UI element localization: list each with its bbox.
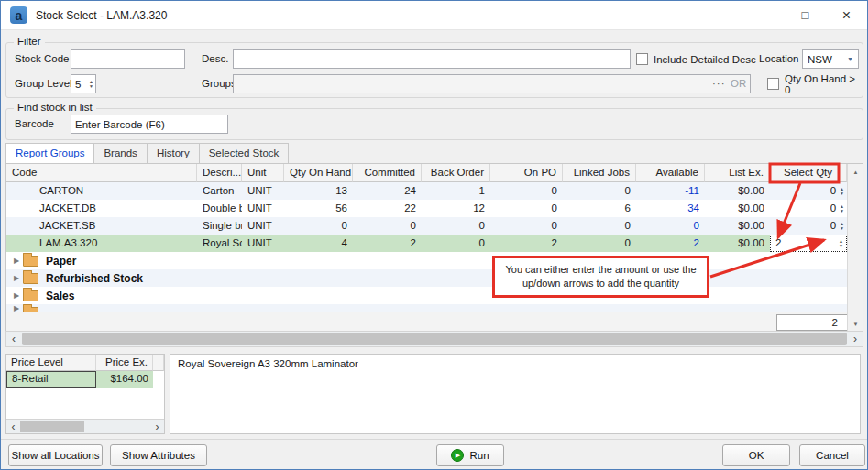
col-committed[interactable]: Committed — [353, 164, 422, 182]
minimize-button[interactable]: – — [743, 1, 785, 29]
cell-list-ex[interactable]: $0.00 — [705, 182, 770, 200]
table-row-lam-a3-320-selected[interactable]: LAM.A3.320 Royal Sov UNIT 4 2 0 2 0 2 $0… — [6, 235, 863, 252]
cell-linked-jobs[interactable]: 0 — [563, 235, 636, 252]
col-list-ex[interactable]: List Ex. — [705, 164, 770, 182]
cell-list-ex[interactable]: $0.00 — [705, 200, 770, 217]
folder-row-refurbished-stock[interactable]: ▶ Refurbished Stock — [6, 269, 863, 287]
cell-desc[interactable]: Carton — [197, 182, 242, 200]
barcode-input[interactable] — [71, 115, 228, 134]
desc-input[interactable] — [233, 49, 631, 69]
scroll-left-icon[interactable]: ‹ — [6, 420, 20, 433]
cell-linked-jobs[interactable]: 6 — [563, 200, 636, 217]
cell-back-order[interactable]: 0 — [422, 235, 490, 252]
stock-code-input[interactable] — [71, 49, 185, 69]
cell-qty-on-hand[interactable]: 13 — [284, 182, 353, 200]
col-price-level[interactable]: Price Level — [6, 355, 96, 371]
cell-qty-on-hand[interactable]: 56 — [284, 200, 353, 217]
run-button[interactable]: ▶ Run — [436, 444, 504, 466]
scrollbar-thumb[interactable] — [22, 333, 847, 345]
folder-row-partial[interactable]: ▶ — [6, 304, 863, 312]
expand-arrow-icon[interactable]: ▶ — [14, 274, 23, 282]
qty-spinner-icon[interactable]: ▲▼ — [840, 187, 844, 196]
cell-select-qty[interactable]: 0 ▲▼ — [770, 200, 847, 217]
table-row-carton[interactable]: CARTON Carton UNIT 13 24 1 0 0 -11 $0.00… — [6, 182, 863, 200]
cell-linked-jobs[interactable]: 0 — [563, 182, 636, 200]
col-on-po[interactable]: On PO — [490, 164, 563, 182]
qty-spinner-icon[interactable]: ▲▼ — [840, 222, 844, 231]
qty-spinner-icon[interactable]: ▲▼ — [840, 204, 844, 213]
cell-desc[interactable]: Single bre — [197, 217, 242, 235]
checkbox-icon[interactable] — [767, 78, 779, 90]
col-code[interactable]: Code — [6, 164, 197, 182]
horizontal-scrollbar[interactable]: ‹ › — [5, 331, 863, 347]
cell-back-order[interactable]: 1 — [422, 182, 490, 200]
ok-button[interactable]: OK — [722, 444, 790, 466]
col-unit[interactable]: Unit — [242, 164, 284, 182]
show-attributes-button[interactable]: Show Attributes — [110, 444, 207, 466]
cell-linked-jobs[interactable]: 0 — [563, 217, 636, 235]
col-back-order[interactable]: Back Order — [422, 164, 490, 182]
vertical-scrollbar[interactable]: ▲ ▼ — [847, 164, 863, 332]
cell-available[interactable]: -11 — [636, 182, 705, 200]
cell-list-ex[interactable]: $0.00 — [705, 217, 770, 235]
cell-back-order[interactable]: 0 — [422, 217, 490, 235]
cell-committed[interactable]: 22 — [353, 200, 422, 217]
title-bar[interactable]: a Stock Select - LAM.A3.320 – □ × — [1, 1, 867, 30]
cell-code[interactable]: LAM.A3.320 — [6, 235, 197, 252]
scrollbar-thumb[interactable] — [20, 421, 84, 432]
cell-committed[interactable]: 24 — [353, 182, 422, 200]
cell-qty-on-hand[interactable]: 4 — [284, 235, 353, 252]
cell-on-po[interactable]: 0 — [490, 200, 563, 217]
show-all-locations-button[interactable]: Show all Locations — [8, 444, 103, 466]
expand-arrow-icon[interactable]: ▶ — [14, 304, 23, 312]
cell-code[interactable]: JACKET.SB — [6, 217, 197, 235]
cell-committed[interactable]: 2 — [353, 235, 422, 252]
col-linked-jobs[interactable]: Linked Jobs — [563, 164, 636, 182]
qty-on-hand-checkbox[interactable]: Qty On Hand > 0 — [767, 74, 863, 93]
scroll-left-icon[interactable]: ‹ — [6, 332, 21, 346]
checkbox-icon[interactable] — [636, 53, 648, 65]
cell-price-ex[interactable]: $164.00 — [96, 371, 153, 388]
cell-available[interactable]: 2 — [636, 235, 705, 252]
select-qty-editor[interactable]: 2 ▲▼ — [770, 235, 847, 252]
cell-price-level[interactable]: 8-Retail — [6, 371, 96, 388]
cell-unit[interactable]: UNIT — [242, 217, 284, 235]
cell-select-qty[interactable]: 0 ▲▼ — [770, 182, 847, 200]
price-table-scrollbar[interactable]: ‹ › — [6, 419, 164, 433]
scroll-right-icon[interactable]: › — [150, 420, 164, 433]
tab-brands[interactable]: Brands — [93, 143, 147, 163]
cell-list-ex[interactable]: $0.00 — [705, 235, 770, 252]
qty-spinner-icon[interactable]: ▲▼ — [839, 239, 843, 248]
close-button[interactable]: × — [826, 1, 867, 29]
cell-code[interactable]: CARTON — [6, 182, 197, 200]
cell-available[interactable]: 0 — [636, 217, 705, 235]
col-available[interactable]: Available — [636, 164, 705, 182]
folder-row-sales[interactable]: ▶ Sales — [6, 287, 863, 304]
cell-on-po[interactable]: 0 — [490, 182, 563, 200]
tab-history[interactable]: History — [147, 143, 200, 163]
scroll-down-icon[interactable]: ▼ — [848, 316, 863, 332]
scroll-up-icon[interactable]: ▲ — [848, 164, 863, 180]
cell-back-order[interactable]: 12 — [422, 200, 490, 217]
cell-committed[interactable]: 0 — [353, 217, 422, 235]
cell-unit[interactable]: UNIT — [242, 182, 284, 200]
group-level-stepper[interactable]: 5 ▲▼ — [71, 74, 96, 93]
cell-on-po[interactable]: 0 — [490, 217, 563, 235]
cell-available[interactable]: 34 — [636, 200, 705, 217]
cancel-button[interactable]: Cancel — [799, 444, 865, 466]
price-row-retail[interactable]: 8-Retail $164.00 — [6, 371, 164, 388]
folder-row-paper[interactable]: ▶ Paper — [6, 252, 863, 269]
cell-on-po[interactable]: 2 — [490, 235, 563, 252]
stock-description-box[interactable]: Royal Sovereign A3 320mm Laminator — [170, 354, 861, 434]
scroll-right-icon[interactable]: › — [848, 332, 863, 346]
cell-code[interactable]: JACKET.DB — [6, 200, 197, 217]
cell-desc[interactable]: Double br — [197, 200, 242, 217]
col-qty-on-hand[interactable]: Qty On Hand — [284, 164, 353, 182]
spinner-arrows-icon[interactable]: ▲▼ — [87, 80, 95, 89]
groups-ellipsis-button[interactable]: ··· — [712, 74, 726, 93]
cell-unit[interactable]: UNIT — [242, 235, 284, 252]
groups-input[interactable] — [233, 74, 751, 93]
cell-desc[interactable]: Royal Sov — [197, 235, 242, 252]
tab-report-groups[interactable]: Report Groups — [5, 143, 94, 163]
cell-qty-on-hand[interactable]: 0 — [284, 217, 353, 235]
